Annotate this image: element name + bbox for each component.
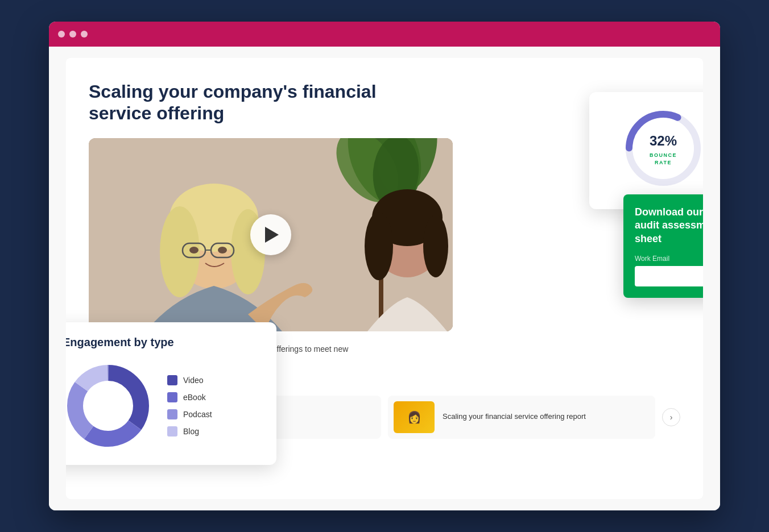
browser-dot-1 xyxy=(58,31,65,38)
flipbook-title-right: Scaling your financial service offering … xyxy=(443,412,586,422)
legend-item-podcast: Podcast xyxy=(167,409,212,419)
page-title: Scaling your company's financial service… xyxy=(89,81,430,124)
email-input[interactable] xyxy=(635,266,703,286)
play-button[interactable] xyxy=(250,214,291,255)
svg-text:BOUNCE: BOUNCE xyxy=(650,152,677,158)
legend-label-video: Video xyxy=(183,376,204,385)
legend-dot-ebook xyxy=(167,392,177,402)
svg-point-21 xyxy=(423,215,448,277)
legend-dot-video xyxy=(167,375,177,385)
svg-text:RATE: RATE xyxy=(655,160,672,165)
page-area: Scaling your company's financial service… xyxy=(66,58,703,499)
legend-label-podcast: Podcast xyxy=(183,410,212,419)
donut-chart xyxy=(66,360,154,451)
play-icon xyxy=(265,227,279,243)
legend-item-ebook: eBook xyxy=(167,392,212,402)
chevron-right-icon: › xyxy=(670,413,673,422)
browser-titlebar xyxy=(49,22,720,47)
legend-item-blog: Blog xyxy=(167,426,212,437)
video-container xyxy=(89,138,453,331)
legend-dot-podcast xyxy=(167,409,177,419)
browser-dot-3 xyxy=(81,31,88,38)
chart-area: Video eBook Podcast Blog xyxy=(66,360,263,451)
flipbook-thumb-right: 👩 xyxy=(394,401,435,433)
next-arrow[interactable]: › xyxy=(662,408,680,426)
svg-point-26 xyxy=(88,386,128,426)
legend-label-ebook: eBook xyxy=(183,393,206,402)
bounce-gauge: 32% BOUNCE RATE xyxy=(621,106,703,191)
svg-text:32%: 32% xyxy=(650,133,677,148)
legend-item-video: Video xyxy=(167,375,212,385)
svg-point-16 xyxy=(189,247,199,253)
browser-window: Scaling your company's financial service… xyxy=(49,22,720,510)
flipbook-card-right: 👩 Scaling your financial service offerin… xyxy=(388,396,655,439)
legend-dot-blog xyxy=(167,426,177,437)
download-card: Download our free audit assessment sheet… xyxy=(623,194,703,298)
browser-content: Scaling your company's financial service… xyxy=(49,47,720,510)
engagement-card: Engagement by type xyxy=(66,322,276,465)
download-title: Download our free audit assessment sheet xyxy=(635,206,703,246)
bounce-rate-card: 32% BOUNCE RATE xyxy=(589,92,703,209)
chart-legend: Video eBook Podcast Blog xyxy=(167,375,212,437)
svg-point-17 xyxy=(218,247,227,253)
engagement-title: Engagement by type xyxy=(66,336,263,349)
book-icon-right: 👩 xyxy=(407,410,421,424)
svg-point-20 xyxy=(365,212,393,280)
email-label: Work Email xyxy=(635,255,703,263)
legend-label-blog: Blog xyxy=(183,427,199,436)
browser-dot-2 xyxy=(69,31,76,38)
